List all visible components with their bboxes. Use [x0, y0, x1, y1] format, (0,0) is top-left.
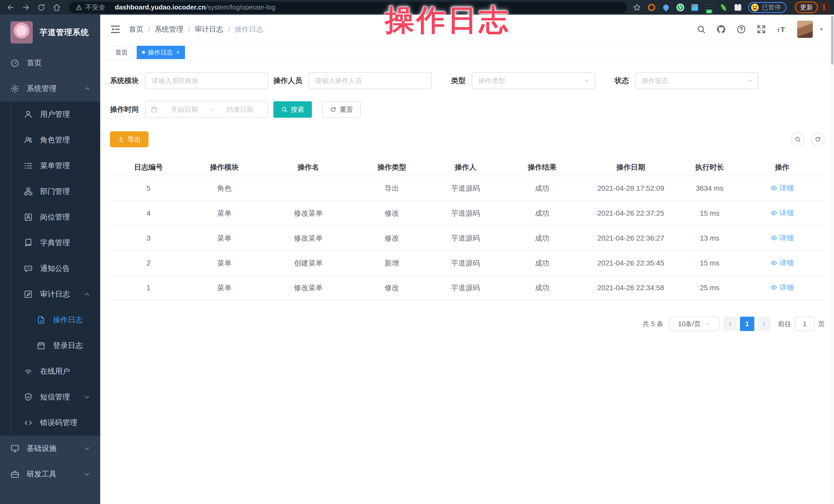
caret-down-icon[interactable] — [818, 26, 825, 32]
breadcrumb-item-audit[interactable]: 审计日志 — [195, 24, 223, 34]
detail-link-label: 详细 — [780, 208, 794, 218]
sidebar-item-system-management[interactable]: 系统管理 — [0, 76, 100, 102]
extension-leaf-icon[interactable] — [719, 3, 728, 12]
table-row: 4菜单修改菜单修改芋道源码成功2021-04-26 22:37:2515 ms详… — [110, 200, 825, 225]
github-icon[interactable] — [716, 24, 726, 34]
cell-action: 详细 — [740, 208, 825, 218]
table-row: 3菜单修改菜单修改芋道源码成功2021-04-26 22:36:2713 ms详… — [110, 225, 825, 250]
profile-emoji-icon — [751, 4, 759, 11]
svg-text:T: T — [777, 28, 780, 33]
bookmark-star-icon[interactable] — [633, 3, 641, 12]
tab-operate-log[interactable]: 操作日志 × — [137, 46, 185, 59]
eye-icon — [770, 284, 777, 291]
menu-list-icon — [24, 161, 33, 170]
sidebar-item-home[interactable]: 首页 — [0, 50, 100, 76]
forward-icon[interactable] — [22, 3, 30, 12]
scrollbar-thumb[interactable] — [831, 16, 833, 65]
prev-page-button[interactable] — [724, 316, 737, 331]
reload-icon[interactable] — [37, 3, 46, 12]
extension-v-icon[interactable]: V — [676, 3, 684, 12]
breadcrumb-item-home[interactable]: 首页 — [129, 24, 144, 34]
sidebar-item-error-code-management[interactable]: 错误码管理 — [0, 410, 100, 436]
column-header: 操作类型 — [355, 162, 429, 172]
date-range-picker[interactable]: 开始日期 - 结束日期 — [145, 101, 268, 118]
fullscreen-icon[interactable] — [756, 24, 766, 34]
sidebar-item-post-management[interactable]: 岗位管理 — [0, 204, 100, 230]
export-button[interactable]: 导出 — [110, 131, 149, 147]
update-button[interactable]: 更新 — [795, 2, 818, 13]
sidebar-item-dev-tools[interactable]: 研发工具 — [0, 461, 100, 487]
back-icon[interactable] — [6, 3, 15, 12]
table-row: 2菜单创建菜单新增芋道源码成功2021-04-26 22:35:4515 ms详… — [110, 250, 825, 275]
cell-duration: 15 ms — [680, 259, 740, 267]
sidebar: 芋道管理系统 首页系统管理用户管理角色管理菜单管理部门管理岗位管理字典管理通知公… — [0, 15, 100, 504]
help-icon[interactable] — [737, 24, 746, 34]
user-avatar[interactable] — [797, 21, 813, 38]
sidebar-item-login-log[interactable]: 登录日志 — [0, 333, 100, 358]
toggle-search-button[interactable] — [791, 132, 805, 146]
cell-result: 成功 — [503, 233, 582, 243]
profile-paused-pill[interactable]: 已暂停 — [748, 2, 787, 13]
operator-input[interactable] — [308, 72, 432, 89]
cell-type: 导出 — [355, 183, 429, 193]
detail-link[interactable]: 详细 — [770, 258, 794, 268]
security-label[interactable]: 不安全 — [85, 3, 105, 12]
cell-module: 菜单 — [187, 258, 262, 268]
devtools-icon — [10, 469, 20, 479]
svg-text:T: T — [781, 25, 785, 34]
search-button[interactable]: 搜索 — [273, 101, 312, 118]
extension-pin-icon[interactable] — [662, 3, 670, 12]
detail-link[interactable]: 详细 — [770, 233, 794, 243]
close-icon[interactable]: × — [176, 49, 180, 56]
browser-update-box: 更新 ⋮ — [793, 2, 830, 13]
tab-home[interactable]: 首页 — [110, 46, 133, 59]
font-size-icon[interactable]: TT — [776, 24, 786, 34]
breadcrumb-item-system[interactable]: 系统管理 — [155, 24, 183, 34]
cell-date: 2021-04-26 22:36:27 — [582, 234, 680, 242]
extension-orange-icon[interactable] — [648, 3, 656, 12]
sidebar-item-role-management[interactable]: 角色管理 — [0, 127, 100, 153]
type-select[interactable]: 操作类型 — [472, 72, 595, 89]
sidebar-item-user-management[interactable]: 用户管理 — [0, 102, 100, 127]
goto-page-input[interactable] — [795, 316, 814, 331]
module-input[interactable] — [145, 72, 268, 89]
table-body: 5角色导出芋道源码成功2021-04-28 17:52:093634 ms详细4… — [110, 176, 825, 300]
sidebar-item-label: 错误码管理 — [40, 418, 77, 428]
page-number-1[interactable]: 1 — [740, 316, 754, 331]
pagination: 共 5 条 10条/页 1 前往 页 — [110, 316, 825, 331]
sidebar-item-operate-log[interactable]: 操作日志 — [0, 307, 100, 333]
column-header: 操作名 — [262, 162, 355, 172]
next-page-button[interactable] — [758, 316, 771, 331]
export-button-label: 导出 — [128, 135, 141, 144]
detail-link[interactable]: 详细 — [770, 183, 794, 193]
page-scrollbar[interactable] — [830, 15, 834, 504]
status-select[interactable]: 操作状态 — [635, 72, 759, 89]
sidebar-item-menu-management[interactable]: 菜单管理 — [0, 153, 100, 179]
extension-switch-icon[interactable]: on — [705, 3, 713, 12]
sidebar-collapse-icon[interactable] — [109, 23, 121, 35]
detail-link-label: 详细 — [780, 258, 794, 268]
sidebar-item-dict-management[interactable]: 字典管理 — [0, 230, 100, 256]
sidebar-item-audit-log[interactable]: 审计日志 — [0, 281, 100, 307]
detail-link[interactable]: 详细 — [770, 283, 794, 292]
sidebar-item-infrastructure[interactable]: 基础设施 — [0, 436, 100, 461]
browser-menu-icon[interactable]: ⋮ — [820, 3, 828, 12]
home-icon[interactable] — [52, 3, 61, 12]
cell-duration: 15 ms — [680, 209, 740, 217]
extension-gem-icon[interactable] — [690, 3, 699, 12]
sidebar-item-notice[interactable]: 通知公告 — [0, 256, 100, 281]
sidebar-item-sms-management[interactable]: 短信管理 — [0, 384, 100, 410]
sidebar-item-dept-management[interactable]: 部门管理 — [0, 179, 100, 204]
filter-row-2: 操作时间 开始日期 - 结束日期 搜索 重置 — [110, 101, 825, 118]
sidebar-item-online-users[interactable]: 在线用户 — [0, 358, 100, 384]
sidebar-item-label: 角色管理 — [40, 135, 70, 145]
detail-link[interactable]: 详细 — [770, 208, 794, 218]
sidebar-item-label: 用户管理 — [40, 109, 70, 119]
header-search-icon[interactable] — [696, 24, 706, 34]
sidebar-logo-row[interactable]: 芋道管理系统 — [0, 15, 100, 50]
address-bar[interactable]: 不安全 dashboard.yudao.iocoder.cn /system/l… — [69, 2, 627, 13]
refresh-button[interactable] — [811, 132, 825, 146]
reset-button[interactable]: 重置 — [322, 101, 361, 118]
page-size-select[interactable]: 10条/页 — [669, 316, 719, 331]
extensions-puzzle-icon[interactable] — [734, 3, 742, 12]
